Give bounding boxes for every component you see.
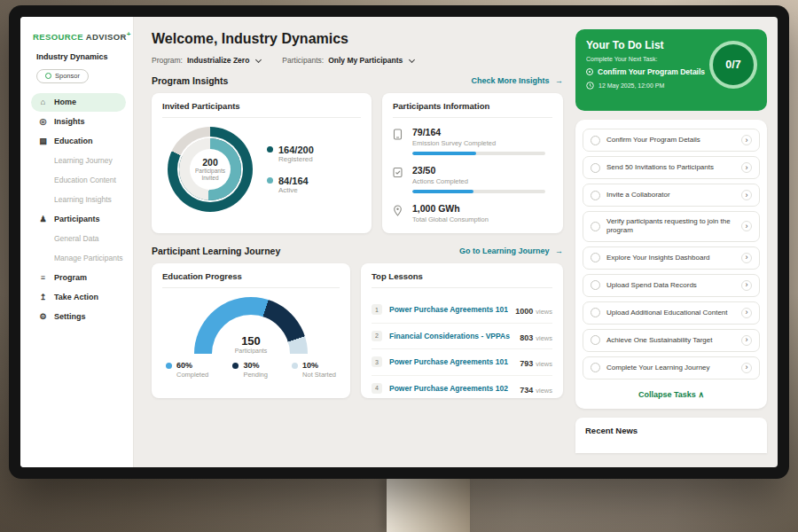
donut-center-value: 200 (202, 157, 218, 168)
sidebar-item-learning-journey[interactable]: Learning Journey (31, 152, 126, 170)
checkbox-icon[interactable] (591, 363, 600, 372)
program-insights-header: Program Insights Check More Insights → (152, 75, 563, 86)
chevron-right-icon[interactable]: › (741, 190, 752, 200)
participants-dropdown[interactable]: Participants: Only My Participants (282, 56, 414, 65)
lesson-link[interactable]: Power Purchase Agreements 101 (389, 305, 508, 314)
logo-advisor: ADVISOR (86, 32, 127, 42)
task-item-upload-spend-data[interactable]: Upload Spend Data Records › (583, 274, 760, 297)
sidebar-item-take-action[interactable]: ↥ Take Action (31, 288, 126, 307)
program-dropdown[interactable]: Program: Industrialize Zero (152, 56, 261, 65)
check-more-insights-link[interactable]: Check More Insights → (471, 76, 563, 85)
lesson-link[interactable]: Financial Considerations - VPPAs (389, 332, 512, 340)
sidebar-item-manage-participants[interactable]: Manage Participants (31, 249, 126, 268)
lesson-views-count: 803 (520, 333, 533, 342)
chevron-right-icon[interactable]: › (741, 308, 752, 318)
logo-plus: + (127, 30, 131, 38)
recent-news-title: Recent News (585, 426, 638, 435)
home-icon: ⌂ (38, 98, 48, 106)
sidebar-item-education[interactable]: ▤ Education (31, 132, 126, 151)
task-label: Verify participants requesting to join t… (606, 217, 735, 236)
lesson-link[interactable]: Power Purchase Agreements 102 (389, 384, 512, 393)
actions-completed-row: 23/50 Actions Completed (393, 165, 552, 193)
info-progress-fill (412, 190, 473, 193)
org-name: Industry Dynamics (36, 52, 126, 61)
legend-item-registered: 164/200 Registered (267, 145, 314, 163)
task-item-complete-learning-journey[interactable]: Complete Your Learning Journey › (583, 356, 760, 379)
sponsor-icon (45, 73, 51, 79)
todo-due-label: 12 May 2025, 12:00 PM (598, 82, 664, 89)
filter-bar: Program: Industrialize Zero Participants… (152, 56, 563, 65)
sidebar-item-insights[interactable]: ◎ Insights (31, 113, 126, 131)
chevron-right-icon[interactable]: › (741, 280, 752, 291)
main-content: Welcome, Industry Dynamics Program: Indu… (134, 17, 574, 467)
insights-icon: ◎ (38, 117, 48, 126)
task-item-invite-collaborator[interactable]: Invite a Collaborator › (583, 184, 760, 207)
sidebar-item-participants[interactable]: ♟ Participants (31, 210, 126, 229)
lesson-link[interactable]: Power Purchase Agreements 101 (389, 357, 512, 366)
program-icon: ≡ (38, 273, 48, 282)
task-label: Upload Additional Educational Content (606, 309, 735, 317)
lesson-rank: 4 (372, 383, 382, 394)
sidebar-item-label: Home (54, 98, 76, 106)
task-item-send-invitations[interactable]: Send 50 Invitations to Participants › (583, 156, 760, 179)
chevron-right-icon[interactable]: › (741, 253, 752, 263)
consumption-icon (393, 203, 404, 228)
task-item-confirm-program[interactable]: Confirm Your Program Details › (583, 129, 760, 152)
link-label: Check More Insights (471, 76, 549, 85)
checkbox-icon[interactable] (591, 308, 600, 317)
sidebar-item-settings[interactable]: ⚙ Settings (31, 308, 126, 326)
sidebar-item-home[interactable]: ⌂ Home (31, 93, 126, 112)
go-to-learning-journey-link[interactable]: Go to Learning Journey → (459, 246, 563, 255)
checkbox-icon[interactable] (591, 253, 600, 262)
todo-tasks-card: Confirm Your Program Details › Send 50 I… (575, 120, 767, 409)
sidebar-item-label: Program (54, 273, 87, 282)
sidebar-item-label: Education (54, 137, 93, 145)
chevron-right-icon[interactable]: › (741, 135, 752, 145)
checkbox-icon[interactable] (591, 136, 600, 145)
sidebar-item-program[interactable]: ≡ Program (31, 269, 126, 287)
insights-cards-row: Invited Participants 200 Participants In… (152, 93, 563, 233)
education-legend: 60% Completed 30% Pending (162, 361, 340, 379)
chevron-right-icon[interactable]: › (741, 363, 752, 373)
learning-journey-header: Participant Learning Journey Go to Learn… (152, 246, 563, 256)
top-lessons-card: Top Lessons 1 Power Purchase Agreements … (361, 263, 563, 398)
app-logo: RESOURCE ADVISOR+ (33, 30, 126, 42)
task-label: Complete Your Learning Journey (606, 364, 735, 372)
sidebar-item-general-data[interactable]: General Data (31, 230, 126, 248)
program-dropdown-label: Program: (152, 56, 183, 65)
legend-item-pending: 30% Pending (232, 361, 268, 379)
page-title: Welcome, Industry Dynamics (152, 31, 563, 47)
task-item-achieve-target[interactable]: Achieve One Sustainability Target › (583, 329, 760, 352)
checkbox-icon[interactable] (591, 280, 600, 290)
participants-dropdown-label: Participants: (282, 56, 324, 65)
chevron-right-icon[interactable]: › (741, 162, 752, 173)
lesson-views-word: views (536, 387, 552, 395)
task-item-explore-insights[interactable]: Explore Your Insights Dashboard › (583, 246, 760, 270)
lesson-row: 1 Power Purchase Agreements 101 1000view… (372, 297, 552, 324)
metric-value: 79/164 (412, 127, 545, 137)
checkbox-icon[interactable] (591, 163, 600, 173)
invited-participants-card: Invited Participants 200 Participants In… (152, 93, 372, 233)
metric-label: Total Global Consumption (412, 215, 489, 223)
task-item-verify-participants[interactable]: Verify participants requesting to join t… (583, 211, 760, 242)
checkbox-icon[interactable] (591, 191, 600, 200)
metric-label: Actions Completed (412, 177, 545, 185)
task-item-upload-educational-content[interactable]: Upload Additional Educational Content › (583, 301, 760, 325)
legend-value: 164/200 (278, 145, 314, 155)
checkbox-icon[interactable] (591, 335, 600, 345)
monitor-stand (387, 477, 470, 532)
participants-dropdown-value: Only My Participants (328, 56, 403, 65)
sidebar-item-label: Learning Insights (54, 195, 112, 204)
sidebar-item-education-content[interactable]: Education Content (31, 171, 126, 190)
card-title: Participants Information (393, 101, 552, 118)
chevron-right-icon[interactable]: › (741, 221, 752, 231)
card-title: Top Lessons (372, 271, 552, 288)
sidebar-item-learning-insights[interactable]: Learning Insights (31, 191, 126, 209)
chevron-right-icon[interactable]: › (741, 335, 752, 346)
active-dot-icon (267, 177, 273, 184)
lesson-row: 3 Power Purchase Agreements 101 793views (372, 349, 552, 376)
checkbox-icon[interactable] (591, 222, 600, 231)
collapse-tasks-link[interactable]: Collapse Tasks ∧ (582, 384, 761, 406)
legend-label: Not Started (302, 371, 336, 379)
sidebar-item-label: General Data (54, 234, 99, 243)
